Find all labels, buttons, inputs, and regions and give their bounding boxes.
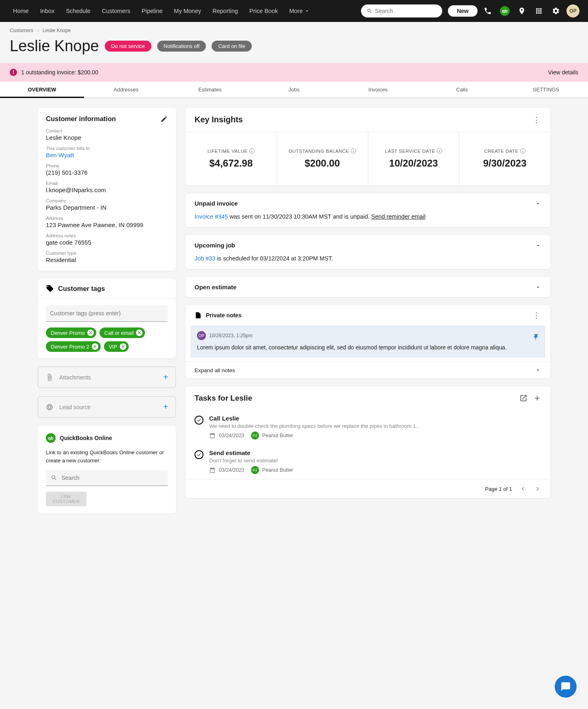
tab-estimates[interactable]: Estimates — [168, 82, 252, 98]
nav-schedule[interactable]: Schedule — [61, 5, 95, 17]
leadsource-card[interactable]: Lead source + — [38, 396, 176, 418]
value-address-notes: gate code 76555 — [46, 239, 168, 246]
tab-calls[interactable]: Calls — [420, 82, 504, 98]
label-email: Email — [46, 181, 168, 186]
notes-more-icon[interactable]: ⋮ — [532, 311, 541, 320]
more-menu-icon[interactable]: ⋮ — [532, 115, 541, 124]
key-insights-card: Key Insights ⋮ LIFETIME VALUEi $4,672.98… — [186, 108, 550, 185]
tab-addresses[interactable]: Addresses — [84, 82, 168, 98]
tag-remove-icon[interactable]: ✕ — [136, 330, 143, 336]
task-date: 03/24/2023 — [219, 433, 244, 438]
label-contact: Contact — [46, 128, 168, 133]
expand-notes-link[interactable]: Expand all notes — [186, 362, 550, 378]
pin-icon[interactable] — [532, 334, 540, 341]
tag-remove-icon[interactable]: ✕ — [92, 343, 98, 350]
pager-next-icon[interactable] — [534, 485, 541, 492]
unpaid-invoice-toggle[interactable]: Unpaid invoice — [186, 193, 550, 213]
tag-remove-icon[interactable]: ✕ — [120, 343, 126, 350]
qbo-search-input[interactable] — [61, 475, 163, 481]
task-assignee: Peanut Butter — [262, 433, 293, 438]
new-button[interactable]: New — [448, 5, 478, 17]
nav-pipeline[interactable]: Pipeline — [137, 5, 168, 17]
tab-settings[interactable]: SETTINGS — [504, 82, 588, 98]
pager-prev-icon[interactable] — [519, 485, 527, 492]
attachments-label: Attachments — [59, 374, 158, 381]
search-icon — [51, 474, 57, 481]
job-link[interactable]: Job #33 — [195, 255, 216, 262]
tab-overview[interactable]: OVERVIEW — [0, 82, 84, 98]
nav-customers[interactable]: Customers — [97, 5, 135, 17]
task-checkbox[interactable] — [195, 450, 203, 459]
pill-do-not-service[interactable]: Do not service — [105, 41, 151, 52]
tags-input[interactable] — [46, 305, 168, 322]
link-customer-button[interactable]: LINK CUSTOMER — [46, 492, 86, 506]
page-header: Leslie Knope Do not service Notification… — [0, 33, 588, 63]
apps-grid-icon[interactable] — [532, 4, 546, 18]
tab-jobs[interactable]: Jobs — [252, 82, 336, 98]
note-icon — [195, 312, 202, 319]
qbo-search[interactable] — [46, 470, 168, 486]
edit-icon[interactable] — [160, 115, 168, 123]
nav-reporting[interactable]: Reporting — [208, 5, 243, 17]
customer-tags-card: Customer tags Denver Promo✕ Call or emai… — [38, 279, 176, 358]
gear-icon[interactable] — [549, 4, 563, 18]
add-attachment-icon[interactable]: + — [163, 373, 168, 382]
tabs: OVERVIEW Addresses Estimates Jobs Invoic… — [0, 82, 588, 98]
search-icon — [367, 8, 372, 14]
add-task-icon[interactable] — [533, 394, 541, 402]
svg-point-1 — [48, 405, 51, 408]
value-email: l.knope@INparks.com — [46, 186, 168, 193]
nav-pricebook[interactable]: Price Book — [244, 5, 283, 17]
user-avatar[interactable]: OP — [566, 4, 580, 18]
breadcrumb-root[interactable]: Customers — [10, 28, 33, 33]
task-row[interactable]: Call Leslie We need to double-check the … — [186, 410, 550, 444]
task-row[interactable]: Send estimate Don't forget to send estim… — [186, 444, 550, 479]
nav-home[interactable]: Home — [8, 5, 34, 17]
tasks-card: Tasks for Leslie Call Leslie We need to … — [186, 386, 550, 498]
tag-denver-promo-2[interactable]: Denver Promo 2✕ — [46, 341, 101, 352]
search-input[interactable] — [375, 8, 437, 14]
chevron-up-icon — [535, 242, 541, 249]
page-title: Leslie Knope — [10, 37, 99, 55]
tag-denver-promo[interactable]: Denver Promo✕ — [46, 327, 96, 338]
breadcrumb-current: Leslie Knope — [43, 28, 71, 33]
open-external-icon[interactable] — [519, 394, 527, 402]
note-item[interactable]: OP 10/28/2023, 1:25pm Lorem ipsum dolor … — [190, 325, 545, 358]
nav-mymoney[interactable]: My Money — [169, 5, 206, 17]
nav-inbox[interactable]: Inbox — [35, 5, 59, 17]
topbar: Home Inbox Schedule Customers Pipeline M… — [0, 0, 588, 22]
banner-view-details[interactable]: View details — [548, 69, 578, 76]
add-leadsource-icon[interactable]: + — [163, 402, 168, 412]
info-icon[interactable]: i — [249, 148, 255, 154]
open-estimate-toggle[interactable]: Open estimate — [186, 277, 550, 297]
task-desc: Don't forget to send estimate! — [209, 457, 541, 464]
pill-card-on-file[interactable]: Card on file — [212, 41, 251, 52]
quickbooks-icon[interactable]: qb — [498, 4, 512, 18]
info-icon[interactable]: i — [520, 148, 525, 154]
phone-icon[interactable] — [481, 4, 495, 18]
nav-more[interactable]: More — [284, 5, 315, 17]
info-icon[interactable]: i — [437, 148, 442, 154]
paperclip-icon — [45, 373, 54, 382]
invoice-link[interactable]: Invoice #345 — [195, 213, 228, 220]
tag-remove-icon[interactable]: ✕ — [87, 330, 94, 336]
tag-call-or-email[interactable]: Call or email✕ — [99, 327, 145, 338]
private-notes-card: Private notes ⋮ OP 10/28/2023, 1:25pm Lo… — [186, 305, 550, 378]
attachments-card[interactable]: Attachments + — [38, 366, 176, 388]
tags-title: Customer tags — [58, 285, 105, 293]
quickbooks-icon: qb — [46, 433, 56, 443]
info-icon[interactable]: i — [351, 148, 356, 154]
tab-invoices[interactable]: Invoices — [336, 82, 420, 98]
upcoming-job-card: Upcoming job Job #33 is scheduled for 03… — [186, 235, 550, 269]
note-body: Lorem ipsum dolor sit amet, consectetur … — [197, 343, 539, 352]
tag-vip[interactable]: VIP✕ — [104, 341, 129, 352]
global-search[interactable] — [361, 4, 442, 17]
upcoming-job-toggle[interactable]: Upcoming job — [186, 235, 550, 255]
value-billsto[interactable]: Ben Wyatt — [46, 152, 168, 158]
pill-notifications-off[interactable]: Notifications off — [157, 41, 206, 52]
quickbooks-card: qb QuickBooks Online Link to an existing… — [38, 426, 176, 514]
task-checkbox[interactable] — [195, 416, 203, 425]
location-pin-icon[interactable] — [515, 4, 529, 18]
qbo-text: Link to an existing QuickBooks Online cu… — [46, 449, 168, 464]
send-reminder-link[interactable]: Send reminder email — [371, 213, 426, 220]
